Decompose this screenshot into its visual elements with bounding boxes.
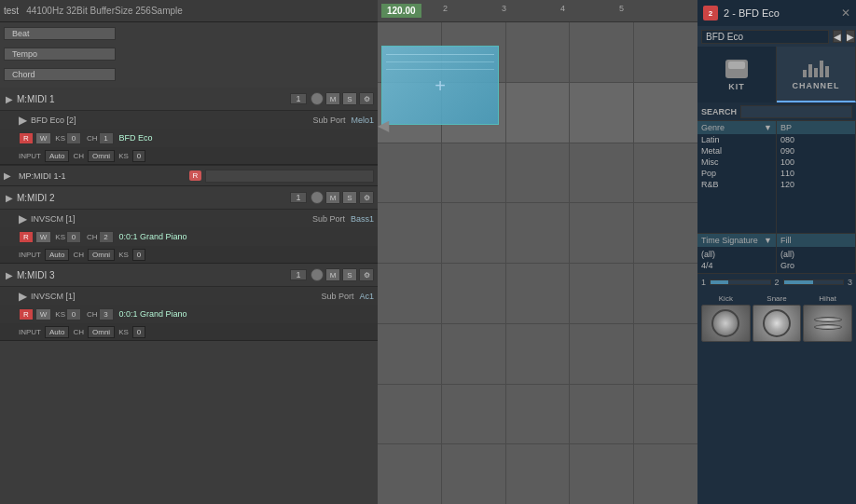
- track-midi3-sub: ▶ INVSCM [1] Sub Port Ac1: [0, 286, 378, 305]
- rp-close-btn[interactable]: ✕: [841, 7, 850, 20]
- track-midi2-omni: Omni: [88, 249, 115, 261]
- track-midi3-input-val: Auto: [45, 326, 69, 338]
- track-midi2-solo[interactable]: S: [342, 191, 357, 204]
- genre-metal[interactable]: Metal: [697, 145, 776, 157]
- track-midi2-header: ▶ M:MIDI 2 1 M S ⚙: [0, 186, 378, 209]
- track-midi3-solo[interactable]: S: [342, 268, 357, 281]
- rp-next-btn[interactable]: ▶: [846, 30, 855, 43]
- track-midi1-omni: Omni: [88, 150, 115, 162]
- chord-button[interactable]: Chord: [4, 68, 116, 81]
- bpm-110[interactable]: 110: [777, 168, 855, 179]
- genre-misc[interactable]: Misc: [697, 157, 776, 168]
- mp-expand[interactable]: ▶: [4, 170, 15, 181]
- track-midi3-mute[interactable]: M: [325, 268, 340, 281]
- track-midi2-expand[interactable]: ▶: [4, 192, 15, 203]
- bpm-100[interactable]: 100: [777, 157, 855, 168]
- fill-col: Fill (all) Gro: [777, 234, 856, 273]
- track-midi3-omni: Omni: [88, 326, 115, 338]
- track-midi1-sub-name: BFD Eco [2]: [31, 116, 307, 125]
- beat-button[interactable]: Beat: [4, 27, 116, 40]
- seq-left-arrow[interactable]: ◀: [378, 86, 389, 165]
- track-midi1-instrument: BFD Eco: [119, 133, 153, 143]
- search-input[interactable]: [740, 105, 852, 118]
- chord-row: Chord: [4, 65, 374, 84]
- genre-list: Latin Metal Misc Pop R&B: [697, 134, 776, 233]
- rp-prev-btn[interactable]: ◀: [833, 30, 842, 43]
- track-midi3-expand[interactable]: ▶: [4, 269, 15, 280]
- track-midi2-r-btn[interactable]: R: [19, 231, 34, 243]
- track-midi1-sub: ▶ BFD Eco [2] Sub Port Melo1: [0, 110, 378, 129]
- track-midi3-rwks: R W KS 0 CH 3 0:0:1 Grand Piano: [0, 305, 378, 323]
- fill-gro[interactable]: Gro: [780, 260, 851, 271]
- ruler-marks: 1 2 3 4 5: [378, 0, 697, 21]
- beat-row: Beat: [4, 24, 374, 43]
- rp-slider-fill-2: [784, 280, 814, 284]
- fill-all[interactable]: (all): [780, 249, 851, 260]
- tempo-button[interactable]: Tempo: [4, 48, 116, 61]
- track-midi2-w-btn[interactable]: W: [35, 231, 52, 243]
- rp-name-input[interactable]: [701, 30, 829, 44]
- bpm-header: BP: [777, 121, 855, 134]
- track-midi2-ks-val: 0: [66, 231, 81, 243]
- track-midi2-rwks: R W KS 0 CH 2 0:0:1 Grand Piano: [0, 227, 378, 246]
- rp-search: SEARCH: [697, 102, 856, 121]
- drum-pad-hihat[interactable]: [803, 305, 852, 342]
- rp-drum-pads: [701, 305, 852, 342]
- track-midi1-r-btn[interactable]: R: [19, 132, 34, 144]
- track-midi1-ks-row: 0: [132, 150, 145, 162]
- fill-header: Fill: [777, 234, 855, 247]
- seq-grid: ◀ +: [378, 22, 697, 504]
- bpm-120[interactable]: 120: [777, 179, 855, 190]
- track-midi3-port: Sub Port: [321, 292, 353, 301]
- drum-pad-kick[interactable]: [701, 305, 751, 342]
- track-midi3-ks-row: 0: [132, 326, 145, 338]
- rp-drum-section: Kick Snare Hihat: [697, 291, 856, 504]
- track-midi2-preset: Bass1: [351, 214, 374, 224]
- genre-pop[interactable]: Pop: [697, 168, 776, 179]
- rp-drum-labels: Kick Snare Hihat: [701, 294, 852, 303]
- time-sig-all[interactable]: (all): [701, 249, 772, 260]
- rp-title: 2 - BFD Eco: [724, 7, 835, 19]
- track-midi1-mute[interactable]: M: [325, 92, 340, 105]
- track-midi3-w-btn[interactable]: W: [35, 308, 52, 320]
- track-midi2-record-dot[interactable]: [311, 191, 324, 204]
- track-midi1-expand[interactable]: ▶: [4, 93, 15, 104]
- track-midi3: ▶ M:MIDI 3 1 M S ⚙ ▶ INVSCM [1] Sub Port…: [0, 264, 378, 341]
- track-midi3-add[interactable]: ▶: [19, 290, 27, 303]
- track-midi3-controls: M S ⚙: [311, 268, 374, 281]
- mp-track-row: ▶ MP:MIDI 1-1 R: [0, 165, 378, 185]
- bpm-090[interactable]: 090: [777, 145, 855, 157]
- tab-channel[interactable]: CHANNEL: [777, 47, 856, 102]
- genre-dropdown-icon[interactable]: ▼: [764, 123, 772, 132]
- drum-pad-snare[interactable]: [752, 305, 802, 342]
- midi-block[interactable]: +: [381, 46, 499, 125]
- track-midi2-sub: ▶ INVSCM [1] Sub Port Bass1: [0, 209, 378, 227]
- time-sig-label: Time Signature: [701, 236, 758, 245]
- track-midi3-gear[interactable]: ⚙: [359, 268, 374, 281]
- track-midi3-record-dot[interactable]: [311, 268, 324, 281]
- genre-rnb[interactable]: R&B: [697, 179, 776, 190]
- genre-latin[interactable]: Latin: [697, 134, 776, 145]
- rp-slider-2[interactable]: [783, 279, 844, 285]
- track-midi2-ch: CH 2: [87, 231, 114, 243]
- bpm-080[interactable]: 080: [777, 134, 855, 145]
- track-midi2-add[interactable]: ▶: [19, 212, 27, 225]
- rp-slider[interactable]: [710, 279, 770, 285]
- tab-kit[interactable]: KIT: [697, 47, 777, 102]
- ruler-mark-4: 4: [560, 4, 565, 13]
- track-midi3-name: M:MIDI 3: [17, 270, 290, 280]
- track-midi2-sub-name: INVSCM [1]: [31, 214, 307, 224]
- time-sig-dropdown-icon[interactable]: ▼: [764, 236, 772, 245]
- time-sig-44[interactable]: 4/4: [701, 260, 772, 271]
- genre-label: Genre: [701, 123, 725, 132]
- track-midi1-record-dot[interactable]: [311, 92, 324, 105]
- track-midi1-header: ▶ M:MIDI 1 1 M S ⚙: [0, 88, 378, 110]
- track-midi1-gear[interactable]: ⚙: [359, 92, 374, 105]
- track-midi2-mute[interactable]: M: [325, 191, 340, 204]
- track-midi3-r-btn[interactable]: R: [19, 308, 34, 320]
- track-midi1-w-btn[interactable]: W: [35, 132, 52, 144]
- track-midi1-add[interactable]: ▶: [19, 114, 27, 127]
- track-midi2-gear[interactable]: ⚙: [359, 191, 374, 204]
- track-midi1-solo[interactable]: S: [342, 92, 357, 105]
- track-midi3-ch: CH 3: [87, 308, 114, 320]
